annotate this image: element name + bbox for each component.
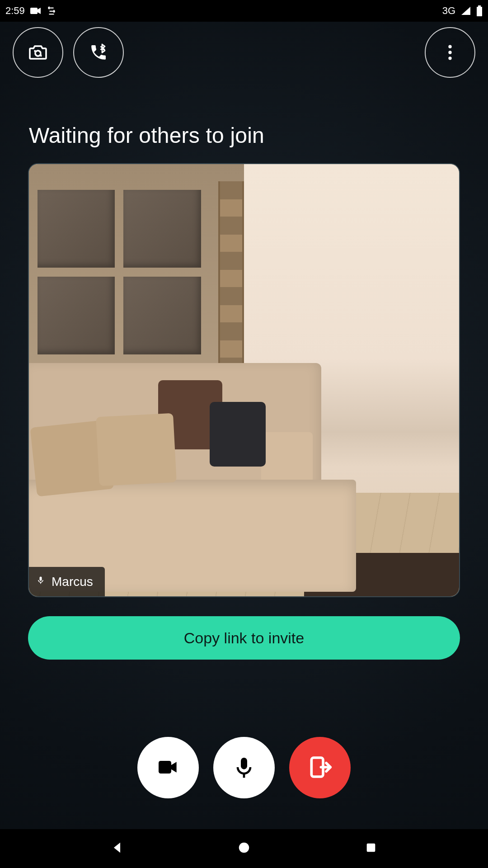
- bluetooth-call-icon: [88, 42, 109, 63]
- svg-point-4: [448, 51, 451, 54]
- status-bar: 2:59 3G: [0, 0, 488, 22]
- svg-rect-9: [241, 758, 247, 769]
- mic-icon: [36, 574, 45, 589]
- toggle-video-button[interactable]: [137, 737, 199, 798]
- recent-icon: [365, 841, 377, 856]
- mic-icon: [231, 755, 257, 781]
- svg-point-3: [448, 45, 451, 48]
- svg-rect-7: [40, 582, 41, 584]
- camera-icon: [30, 7, 41, 15]
- more-options-button[interactable]: [425, 27, 475, 78]
- call-controls: [0, 737, 488, 798]
- copy-invite-link-button[interactable]: Copy link to invite: [28, 616, 460, 660]
- status-time: 2:59: [5, 5, 25, 17]
- svg-rect-6: [40, 577, 42, 581]
- flip-camera-button[interactable]: [13, 27, 63, 78]
- participant-chip: Marcus: [29, 567, 105, 596]
- videocam-icon: [155, 755, 181, 781]
- svg-point-12: [239, 843, 249, 853]
- self-video-tile[interactable]: Marcus: [28, 163, 460, 597]
- svg-rect-1: [478, 5, 481, 7]
- toggle-mic-button[interactable]: [213, 737, 275, 798]
- sync-icon: [47, 6, 56, 16]
- network-label: 3G: [442, 5, 455, 17]
- svg-rect-8: [159, 761, 171, 774]
- signal-icon: [461, 6, 471, 15]
- participant-name: Marcus: [52, 575, 93, 589]
- flip-camera-icon: [27, 42, 49, 63]
- back-icon: [109, 840, 125, 857]
- nav-recent-button[interactable]: [361, 839, 381, 859]
- svg-point-5: [448, 57, 451, 60]
- waiting-heading: Waiting for others to join: [0, 78, 488, 148]
- more-vert-icon: [440, 42, 460, 62]
- leave-call-button[interactable]: [289, 737, 351, 798]
- home-icon: [237, 841, 251, 856]
- svg-rect-0: [30, 8, 38, 14]
- top-action-bar: [0, 27, 488, 78]
- svg-rect-2: [477, 7, 482, 16]
- battery-icon: [476, 5, 483, 16]
- svg-rect-10: [243, 774, 245, 778]
- leave-icon: [307, 755, 333, 781]
- system-nav-bar: [0, 829, 488, 868]
- video-preview: [29, 164, 459, 596]
- bluetooth-audio-button[interactable]: [73, 27, 124, 78]
- nav-home-button[interactable]: [234, 839, 254, 859]
- call-screen: Waiting for others to join: [0, 22, 488, 829]
- nav-back-button[interactable]: [107, 839, 127, 859]
- svg-rect-13: [367, 844, 375, 852]
